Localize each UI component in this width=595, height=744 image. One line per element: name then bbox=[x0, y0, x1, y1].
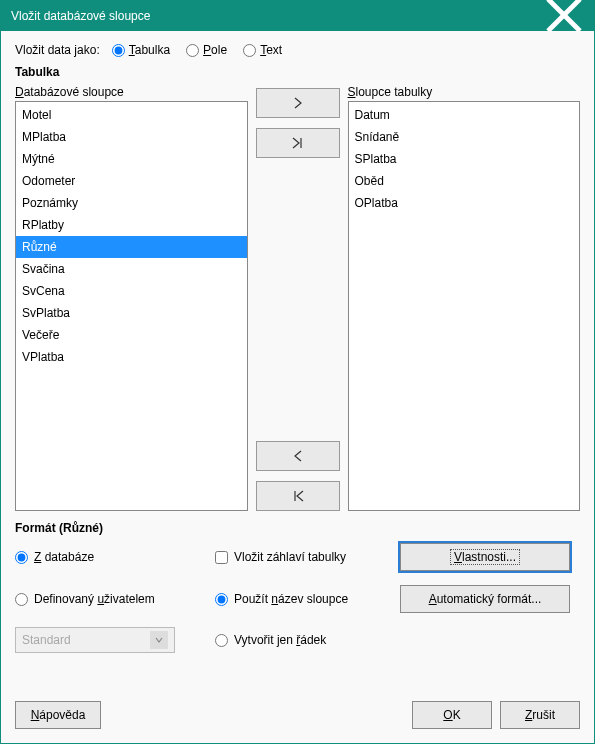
list-item[interactable]: RPlatby bbox=[16, 214, 247, 236]
radio-fields-input[interactable] bbox=[186, 44, 199, 57]
radio-text-input[interactable] bbox=[243, 44, 256, 57]
list-item[interactable]: MPlatba bbox=[16, 126, 247, 148]
db-columns-col: Databázové sloupce MotelMPlatbaMýtnéOdom… bbox=[15, 85, 248, 511]
add-all-button[interactable] bbox=[256, 128, 340, 158]
format-select: Standard bbox=[15, 627, 175, 653]
check-insert-header[interactable]: Vložit záhlaví tabulky bbox=[215, 550, 400, 564]
add-button[interactable] bbox=[256, 88, 340, 118]
radio-fields[interactable]: Pole bbox=[186, 43, 227, 57]
check-insert-header-input[interactable] bbox=[215, 551, 228, 564]
radio-table-input[interactable] bbox=[112, 44, 125, 57]
db-columns-list[interactable]: MotelMPlatbaMýtnéOdometerPoznámkyRPlatby… bbox=[15, 101, 248, 511]
list-item[interactable]: Mýtné bbox=[16, 148, 247, 170]
format-section-label: Formát (Různé) bbox=[15, 521, 580, 535]
list-item[interactable]: Motel bbox=[16, 104, 247, 126]
radio-create-row-input[interactable] bbox=[215, 634, 228, 647]
list-item[interactable]: Snídaně bbox=[349, 126, 580, 148]
radio-from-db-input[interactable] bbox=[15, 551, 28, 564]
properties-button[interactable]: Vlastnosti... bbox=[400, 543, 570, 571]
list-item[interactable]: Datum bbox=[349, 104, 580, 126]
format-select-value: Standard bbox=[22, 633, 71, 647]
db-columns-label: Databázové sloupce bbox=[15, 85, 248, 99]
cancel-button[interactable]: Zrušit bbox=[500, 701, 580, 729]
table-columns-list[interactable]: DatumSnídaněSPlatbaObědOPlatba bbox=[348, 101, 581, 511]
titlebar: Vložit databázové sloupce bbox=[1, 1, 594, 31]
radio-from-db[interactable]: Z databáze bbox=[15, 550, 215, 564]
dialog-content: Vložit data jako: Tabulka Pole Text Tabu… bbox=[1, 31, 594, 693]
list-item[interactable]: Různé bbox=[16, 236, 247, 258]
radio-use-colname[interactable]: Použít název sloupce bbox=[215, 592, 400, 606]
mid-spacer bbox=[256, 168, 340, 431]
list-item[interactable]: Oběd bbox=[349, 170, 580, 192]
bottom-bar: Nápověda OK Zrušit bbox=[1, 693, 594, 743]
chevron-down-icon bbox=[150, 631, 168, 649]
insert-as-row: Vložit data jako: Tabulka Pole Text bbox=[15, 43, 580, 57]
radio-userdef[interactable]: Definovaný uživatelem bbox=[15, 592, 215, 606]
radio-table[interactable]: Tabulka bbox=[112, 43, 170, 57]
table-columns-col: Sloupce tabulky DatumSnídaněSPlatbaObědO… bbox=[348, 85, 581, 511]
radio-create-row[interactable]: Vytvořit jen řádek bbox=[215, 633, 400, 647]
list-item[interactable]: SvPlatba bbox=[16, 302, 247, 324]
list-item[interactable]: Svačina bbox=[16, 258, 247, 280]
dialog-window: Vložit databázové sloupce Vložit data ja… bbox=[0, 0, 595, 744]
columns-area: Databázové sloupce MotelMPlatbaMýtnéOdom… bbox=[15, 85, 580, 511]
radio-userdef-input[interactable] bbox=[15, 593, 28, 606]
insert-as-label: Vložit data jako: bbox=[15, 43, 100, 57]
ok-button[interactable]: OK bbox=[412, 701, 492, 729]
list-item[interactable]: VPlatba bbox=[16, 346, 247, 368]
list-item[interactable]: OPlatba bbox=[349, 192, 580, 214]
table-section-label: Tabulka bbox=[15, 65, 580, 79]
window-title: Vložit databázové sloupce bbox=[11, 9, 544, 23]
format-section: Formát (Různé) Z databáze Vložit záhlaví… bbox=[15, 521, 580, 653]
transfer-buttons bbox=[256, 85, 340, 511]
autoformat-button[interactable]: Automatický formát... bbox=[400, 585, 570, 613]
list-item[interactable]: SPlatba bbox=[349, 148, 580, 170]
radio-text[interactable]: Text bbox=[243, 43, 282, 57]
radio-use-colname-input[interactable] bbox=[215, 593, 228, 606]
list-item[interactable]: Poznámky bbox=[16, 192, 247, 214]
remove-all-button[interactable] bbox=[256, 481, 340, 511]
list-item[interactable]: Odometer bbox=[16, 170, 247, 192]
list-item[interactable]: Večeře bbox=[16, 324, 247, 346]
remove-button[interactable] bbox=[256, 441, 340, 471]
list-item[interactable]: SvCena bbox=[16, 280, 247, 302]
table-columns-label: Sloupce tabulky bbox=[348, 85, 581, 99]
insert-as-radios: Tabulka Pole Text bbox=[112, 43, 282, 57]
help-button[interactable]: Nápověda bbox=[15, 701, 101, 729]
format-grid: Z databáze Vložit záhlaví tabulky Vlastn… bbox=[15, 543, 580, 653]
